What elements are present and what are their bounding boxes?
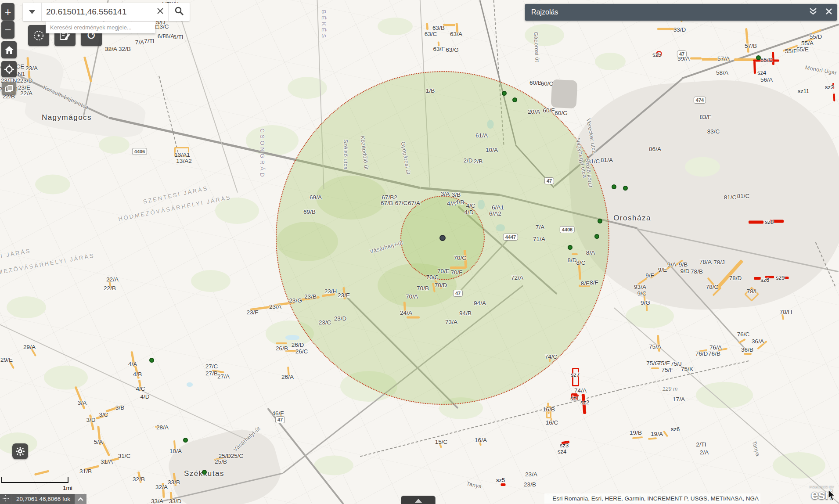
coordinate-expand-button[interactable] <box>75 494 86 504</box>
orange-road-segment <box>738 338 746 344</box>
panel-collapse-button[interactable] <box>805 4 821 21</box>
attribute-table-toggle-button[interactable] <box>401 496 436 504</box>
urban-area <box>551 79 577 109</box>
survey-label: sz1 <box>570 395 579 402</box>
survey-label: sz4 <box>558 448 566 455</box>
orange-road-segment <box>443 24 455 26</box>
county-label: CSONGRÁD <box>259 128 266 179</box>
mouse-cursor <box>828 490 836 503</box>
parcel-label: 29/A <box>23 344 36 350</box>
green-point-marker <box>756 55 761 60</box>
vegetation-patch <box>7 296 46 318</box>
parcel-label: 16/C <box>546 419 558 426</box>
parcel-label: 60/F <box>543 107 555 114</box>
survey-label: sz5 <box>652 51 661 58</box>
zoom-out-button[interactable]: − <box>1 21 14 39</box>
vegetation-patch <box>314 456 353 475</box>
parcel-label: 4/D <box>464 209 473 216</box>
coordinate-capture-button[interactable] <box>0 494 12 504</box>
survey-label: sz11 <box>798 88 810 94</box>
parcel-label: 9/G <box>641 299 650 306</box>
panel-close-button[interactable] <box>821 4 837 21</box>
survey-label: sz6 <box>760 277 769 283</box>
parcel-label: 16/A <box>475 437 487 443</box>
search-source-dropdown[interactable] <box>23 3 42 21</box>
parcel-label: 23/G <box>289 297 302 304</box>
orange-road-segment <box>651 367 659 369</box>
parcel-label: 75/J <box>670 360 682 367</box>
vegetation-patch <box>35 175 70 194</box>
parcel-label: 2/D <box>463 157 472 164</box>
orange-road-segment <box>632 436 643 439</box>
survey-label: sz3 <box>560 442 569 449</box>
parcel-label: 9/F <box>645 272 654 279</box>
parcel-label: 55/E <box>785 48 797 54</box>
overview-map-button[interactable] <box>2 82 16 95</box>
street-label: Szélső utca <box>342 139 349 169</box>
parcel-label: 78/H <box>780 309 792 315</box>
parcel-label: 73/A <box>445 319 457 325</box>
orange-road-segment <box>407 317 420 319</box>
parcel-label: 9/B <box>679 261 688 268</box>
green-point-marker <box>623 186 628 191</box>
map-feature-layers: 4/A1/F2/B4/B3/A3/F5/D5/E3/C6/B6/A6/TI7/A… <box>0 0 839 504</box>
plus-icon: + <box>4 5 11 19</box>
settings-button[interactable] <box>12 443 28 459</box>
vegetation-patch <box>378 18 413 35</box>
search-button[interactable] <box>168 3 190 21</box>
parcel-label: 75/K <box>681 366 693 372</box>
parcel-label: 67/A <box>408 200 420 206</box>
parcel-label: 22/B <box>104 285 116 292</box>
scale-bar <box>1 477 68 483</box>
search-icon <box>175 7 184 17</box>
street-label: Tanya <box>466 480 482 490</box>
parcel-label: 67/B <box>381 200 393 206</box>
parcel-label: 23/B <box>304 293 317 300</box>
home-button[interactable] <box>1 41 17 58</box>
coordinate-widget: 20,7061 46,6066 fok <box>0 494 86 504</box>
zoom-in-button[interactable]: + <box>1 3 14 21</box>
parcel-label: 15/C <box>435 439 448 445</box>
vegetation-patch <box>99 136 130 154</box>
search-clear-button[interactable] <box>152 3 168 21</box>
red-line-feature <box>501 483 506 486</box>
parcel-label: 94/B <box>459 310 472 317</box>
parcel-label: 23/E <box>338 292 350 299</box>
parcel-label: 61/A <box>475 132 488 139</box>
survey-label: sz2 <box>580 399 589 406</box>
parcel-label: 75/A <box>649 343 661 350</box>
close-icon <box>826 8 832 16</box>
survey-label: sz9 <box>776 274 785 281</box>
survey-label: sz6 <box>671 426 680 432</box>
parcel-label: 23/A <box>25 65 38 72</box>
gear-icon <box>16 447 25 456</box>
parcel-label: 9/C <box>637 290 646 297</box>
orange-road-segment <box>74 386 85 410</box>
parcel-label: 17/A <box>673 396 685 403</box>
green-point-marker <box>598 219 602 223</box>
green-point-marker <box>512 97 517 102</box>
parcel-label: 3/B <box>452 191 461 198</box>
parcel-label: 33/D <box>169 498 182 504</box>
parcel-label: 60/C <box>541 80 554 87</box>
orange-road-segment <box>83 56 92 82</box>
parcel-label: 20/A <box>528 108 540 115</box>
boundary-dashed-line <box>158 76 180 157</box>
parcel-label: N1 <box>18 71 25 77</box>
locate-button[interactable] <box>1 61 17 77</box>
dashed-circle-dot-icon <box>33 30 44 41</box>
parcel-label: 46/F <box>272 410 284 417</box>
attribution-text: Esri Romania, Esri, HERE, Garmin, INCREM… <box>552 495 760 502</box>
parcel-label: 6/A2 <box>489 210 501 217</box>
parcel-label: 3/B <box>115 404 124 411</box>
road-shield: 47 <box>275 416 285 423</box>
dotted-crosshair-icon <box>3 495 9 503</box>
close-icon <box>157 8 163 16</box>
parcel-label: 81/C <box>737 193 750 199</box>
minus-icon: − <box>4 23 11 37</box>
parcel-label: 26/B <box>276 345 288 352</box>
parcel-label: 74/A <box>574 387 587 394</box>
parcel-label: 24/A <box>400 310 412 316</box>
search-input[interactable] <box>42 3 152 21</box>
orange-road-segment <box>663 430 668 437</box>
